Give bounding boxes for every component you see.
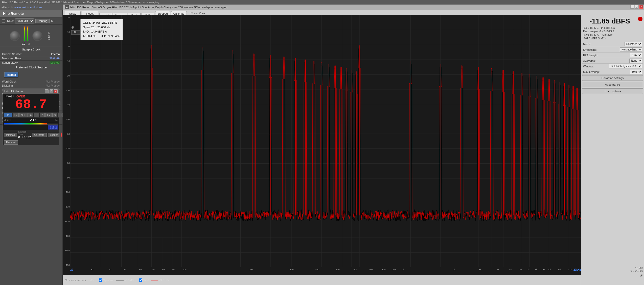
max-overlap-select[interactable]: 50% bbox=[630, 70, 642, 74]
a-btn[interactable]: A bbox=[28, 113, 33, 117]
x-13k: 13k bbox=[558, 268, 562, 271]
minimize-btn[interactable]: ─ bbox=[630, 5, 634, 9]
x-2k: 2k bbox=[453, 268, 456, 271]
vu-value-box: -115.2 bbox=[48, 125, 58, 129]
measured-rate-row: Measured Rate: 96.0 kHz bbox=[0, 56, 62, 61]
x-5k: 5k bbox=[509, 268, 512, 271]
y--50: -50 bbox=[63, 118, 70, 121]
x-800: 800 bbox=[382, 268, 385, 271]
vu-buttons-row: SPL Ls SEL A C Z Fs S HP bbox=[3, 112, 59, 118]
tooltip-freq: 15,887.34 Hz, -26.76 dBFS bbox=[83, 21, 120, 25]
nav-up[interactable]: ▲ bbox=[8, 6, 10, 9]
sub-info-4: -101.8 dBFS S >22k bbox=[583, 37, 642, 40]
window-select[interactable]: Dolph-Chebyshev 200 bbox=[609, 64, 642, 68]
calibrate-btn[interactable]: Calibrate bbox=[32, 133, 47, 137]
routing-btn[interactable]: Routing bbox=[35, 19, 50, 23]
fft-length-row: FFT Length: 256k bbox=[582, 53, 643, 58]
word-clock-status: Not Present bbox=[46, 80, 60, 83]
spectrum-checkbox[interactable] bbox=[99, 278, 102, 282]
vu-in-label: In bbox=[55, 119, 58, 122]
ls-btn[interactable]: Ls bbox=[13, 113, 19, 117]
x-6k: 6k bbox=[520, 268, 522, 271]
knob-1[interactable] bbox=[10, 31, 20, 41]
logger-btn[interactable]: Logger bbox=[48, 133, 60, 137]
y--100: -100 bbox=[63, 191, 70, 193]
nav-sep2: ▶ bbox=[27, 6, 29, 9]
averages-select[interactable]: None bbox=[629, 59, 642, 63]
vu-restore-btn[interactable]: □ bbox=[50, 89, 53, 93]
distortion-settings-btn[interactable]: Distortion settings bbox=[582, 75, 643, 81]
y--40: -40 bbox=[63, 103, 70, 106]
bottom-dbc-label: dBc bbox=[90, 279, 95, 282]
fs-btn[interactable]: Fs bbox=[45, 113, 52, 117]
x-700: 700 bbox=[369, 268, 373, 271]
y--110: -110 bbox=[63, 205, 70, 208]
nav-forward[interactable]: ▶ bbox=[5, 6, 7, 9]
level-value-l: 0.0 bbox=[22, 42, 25, 45]
hamburger-icon[interactable]: ☰ bbox=[2, 19, 6, 23]
nav-path1[interactable]: wave test bbox=[14, 6, 26, 9]
maximize-btn[interactable]: □ bbox=[635, 5, 638, 9]
spectrum-legend-line bbox=[116, 280, 124, 280]
mini-range-2: 20 .. 20,000 bbox=[630, 270, 643, 272]
peak-db-value: -3.5 dBc bbox=[159, 279, 170, 282]
trace-options-btn[interactable]: Trace options bbox=[582, 88, 643, 94]
x-50: 50 bbox=[124, 268, 126, 271]
x-17k: 17k bbox=[568, 268, 572, 271]
x-40: 40 bbox=[109, 268, 111, 271]
spectrum-legend: Spectrum -3.5 dBc bbox=[99, 278, 135, 282]
peak-legend: Peak -3.5 dBc bbox=[139, 278, 170, 282]
appearance-btn[interactable]: Appearance bbox=[582, 82, 643, 87]
vu-close-btn[interactable]: × bbox=[54, 89, 58, 93]
y-0: 0 bbox=[63, 45, 70, 48]
x-900: 900 bbox=[392, 268, 396, 271]
nav-back[interactable]: ◀ bbox=[2, 6, 4, 9]
smoothing-select[interactable]: No smoothing bbox=[620, 47, 642, 52]
minmax-btn[interactable]: MinMax bbox=[4, 133, 17, 137]
spectrum-title-text: Hilo USB Record 3 on ASIO Lynx Hilo USB … bbox=[70, 6, 227, 9]
right-panel: -11.85 dBFS -13.1 dBFS C, -14.8 dBFS A P… bbox=[581, 15, 644, 285]
vu-meter-panel: Hilo USB Reco... ─ □ × dB(A) F OVER 68.7… bbox=[3, 88, 59, 145]
tooltip-span: Span: 20 .. 20,000 Hz bbox=[83, 25, 120, 30]
x-7k: 7k bbox=[527, 268, 530, 271]
x-3k: 3k bbox=[479, 268, 481, 271]
fs-vrms-label: FS sine Vrms bbox=[190, 12, 205, 15]
measured-rate-label: Measured Rate: bbox=[2, 57, 22, 60]
rate-select[interactable]: 96.0 kHz bbox=[15, 18, 34, 23]
x-80: 80 bbox=[162, 268, 165, 271]
vu-number: 68.7 bbox=[5, 98, 57, 111]
sel-btn[interactable]: SEL bbox=[19, 113, 28, 117]
y--70: -70 bbox=[63, 147, 70, 150]
max-overlap-label: Max Overlap: bbox=[583, 70, 600, 73]
close-btn[interactable]: × bbox=[639, 5, 643, 9]
spl-btn[interactable]: SPL bbox=[4, 113, 12, 117]
s-btn[interactable]: S bbox=[52, 113, 58, 117]
x-400: 400 bbox=[315, 268, 319, 271]
vu-bottom-row: MinMax Elapsed Time 0:44:32 Calibrate Lo… bbox=[3, 130, 59, 140]
knob-2[interactable] bbox=[32, 31, 42, 41]
vu-minimize-btn[interactable]: ─ bbox=[45, 89, 49, 93]
digital-in-status: Not Present bbox=[46, 84, 60, 87]
sub-info-3: -12.0 dBFS 22 - 22k UNW bbox=[583, 33, 642, 37]
record-btn[interactable] bbox=[61, 133, 62, 137]
vu-dbfs-value: -11.8 bbox=[30, 119, 36, 122]
preferred-clock-title: Preferred Clock Source bbox=[0, 65, 62, 70]
z-btn[interactable]: Z bbox=[40, 113, 45, 117]
y--30: -30 bbox=[63, 89, 70, 92]
y--60: -60 bbox=[63, 133, 70, 135]
synchrolock-label: SynchroLock bbox=[2, 61, 18, 64]
fft-length-select[interactable]: 256k bbox=[630, 53, 642, 57]
vu-titlebar: Hilo USB Reco... ─ □ × bbox=[3, 89, 59, 94]
peak-checkbox[interactable] bbox=[139, 278, 142, 282]
nav-path2[interactable]: multi-tone bbox=[30, 6, 42, 9]
crosshair-icon: ⊕ bbox=[71, 25, 74, 29]
internal-btn[interactable]: Internal bbox=[4, 72, 18, 77]
mode-label: Mode: bbox=[583, 43, 591, 46]
x-9k: 9k bbox=[543, 268, 545, 271]
reset-all-btn[interactable]: Reset All bbox=[4, 140, 18, 145]
c-btn[interactable]: C bbox=[34, 113, 39, 117]
zoom-icon[interactable]: ⤢ bbox=[640, 273, 643, 277]
big-dbfs: -11.85 dBFS bbox=[582, 16, 637, 26]
mode-select[interactable]: Spectrum bbox=[625, 42, 642, 46]
elapsed-label: Elapsed Time bbox=[18, 131, 31, 136]
